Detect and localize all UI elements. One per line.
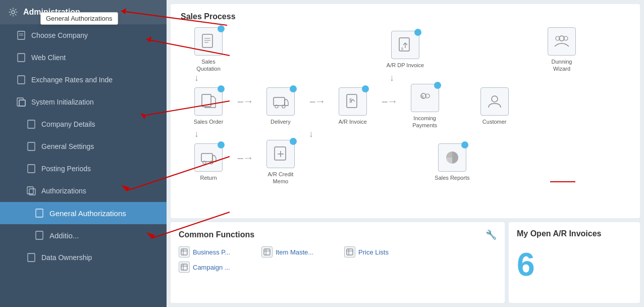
flow-item-sales-order[interactable]: Sales Order [181, 87, 236, 125]
sales-reports-icon [438, 143, 466, 172]
badge [218, 141, 225, 148]
doc-icon [16, 75, 26, 85]
bottom-row: Common Functions 🔧 Business P... Item Ma… [171, 222, 640, 303]
flow-label: A/R CreditMemo [268, 171, 294, 185]
flow-item-ar-dp-invoice[interactable]: $ A/R DP Invoice [378, 31, 433, 69]
table-icon [179, 246, 190, 258]
svg-rect-12 [27, 187, 33, 194]
badge [362, 85, 369, 92]
doc-icon [26, 164, 36, 174]
flow-item-delivery[interactable]: Delivery [253, 87, 308, 125]
sidebar-item-label: Authorizations [41, 187, 86, 195]
sidebar-item-system-initialization[interactable]: System Initialization [0, 91, 167, 113]
down-arrows-1: ↓ ↓ [181, 73, 630, 84]
general-authorizations-tooltip: General Authorizations [40, 12, 118, 25]
sidebar-item-data-ownership[interactable]: Data Ownership [0, 246, 167, 269]
sidebar-item-label: Exchange Rates and Inde [31, 76, 113, 84]
down-arrow: ↓ [390, 73, 394, 84]
flow-item-incoming-payments[interactable]: $ IncomingPayments [397, 84, 453, 129]
flow-item-sales-reports[interactable]: Sales Reports [424, 143, 480, 181]
table-icon [261, 246, 273, 258]
sidebar-item-label: General Authorizations [49, 209, 126, 218]
incoming-payments-icon: $ [411, 84, 439, 112]
flow-row-1: SalesQuotation $ A/R DP Invoice [181, 27, 630, 73]
return-icon [194, 143, 223, 172]
cf-items: Business P... Item Maste... Price Lists [179, 246, 497, 273]
svg-rect-39 [274, 97, 285, 106]
flow-label: Return [200, 174, 217, 181]
down-arrow: ↓ [194, 73, 199, 84]
sidebar-item-company-details[interactable]: Company Details [0, 113, 167, 135]
down-arrow: ↓ [194, 129, 199, 140]
svg-rect-16 [28, 253, 35, 262]
svg-rect-48 [201, 154, 212, 162]
badge [290, 138, 297, 145]
dashed-arrow: - - → [237, 95, 252, 117]
sidebar-item-general-authorizations[interactable]: General Authorizations General Authoriza… [0, 202, 167, 224]
cf-item-business-partners[interactable]: Business P... [179, 246, 259, 258]
doc-icon [16, 53, 26, 63]
cf-item-campaign[interactable]: Campaign ... [179, 262, 259, 273]
cf-item-label: Item Maste... [276, 248, 313, 256]
sidebar-item-label: General Settings [41, 142, 94, 150]
sidebar-item-label: Data Ownership [41, 253, 92, 262]
sidebar-item-exchange-rates[interactable]: Exchange Rates and Inde [0, 69, 167, 91]
flow-label: Sales Order [194, 118, 224, 125]
doc-icon [26, 252, 36, 263]
svg-text:$: $ [401, 47, 403, 50]
svg-rect-5 [18, 76, 25, 84]
ar-invoice-icon: $ [339, 87, 367, 116]
svg-rect-7 [19, 100, 25, 106]
svg-rect-57 [264, 249, 270, 255]
doc-expand-icon [16, 97, 26, 107]
cf-item-price-lists[interactable]: Price Lists [344, 246, 425, 258]
flow-label: Sales Reports [435, 174, 469, 181]
svg-rect-9 [28, 120, 35, 128]
svg-rect-32 [399, 38, 409, 51]
ar-credit-memo-icon [266, 140, 295, 168]
flow-item-ar-credit-memo[interactable]: A/R CreditMemo [253, 140, 308, 185]
ar-dp-invoice-icon: $ [391, 31, 419, 59]
wrench-icon[interactable]: 🔧 [486, 229, 497, 240]
cf-item-label: Price Lists [358, 248, 389, 256]
badge [434, 82, 441, 89]
svg-point-0 [12, 11, 15, 14]
flow-item-dunning-wizard[interactable]: DunningWizard [534, 27, 589, 73]
doc-icon [26, 119, 36, 129]
svg-point-47 [492, 96, 498, 102]
svg-rect-11 [28, 165, 35, 173]
sidebar-item-additional[interactable]: Additio... [0, 224, 167, 246]
sidebar-item-label: Additio... [49, 231, 79, 240]
sidebar-item-choose-company[interactable]: Choose Company [0, 24, 167, 46]
flow-label: A/R DP Invoice [387, 62, 424, 69]
cf-item-item-master[interactable]: Item Maste... [261, 246, 342, 258]
delivery-icon [266, 87, 295, 116]
flow-item-return[interactable]: Return [181, 143, 236, 181]
badge [290, 85, 297, 92]
sidebar-item-web-client[interactable]: Web Client [0, 46, 167, 69]
down-arrow: ↓ [309, 129, 313, 140]
dashed-arrow: - - → [309, 95, 324, 117]
sidebar-item-label: System Initialization [31, 98, 94, 106]
sidebar-item-posting-periods[interactable]: Posting Periods [0, 158, 167, 180]
doc-icon [26, 141, 36, 151]
sidebar-item-label: Choose Company [31, 31, 88, 39]
svg-rect-54 [181, 249, 187, 255]
svg-rect-4 [18, 54, 25, 62]
sidebar-item-authorizations[interactable]: Authorizations [0, 180, 167, 202]
customer-icon [480, 87, 509, 116]
sales-process-card: Sales Process SalesQuotation [171, 4, 640, 218]
sidebar-item-general-settings[interactable]: General Settings [0, 135, 167, 158]
svg-rect-28 [202, 34, 212, 47]
doc-expand-icon [26, 186, 36, 196]
flow-item-customer[interactable]: Customer [467, 87, 522, 125]
sales-process-title: Sales Process [181, 12, 630, 21]
flow-label: SalesQuotation [196, 58, 221, 73]
flow-item-sales-quotation[interactable]: SalesQuotation [181, 27, 236, 73]
flow-item-ar-invoice[interactable]: $ A/R Invoice [325, 87, 381, 125]
badge [414, 29, 421, 36]
svg-rect-60 [347, 249, 353, 255]
flow-label: IncomingPayments [412, 115, 437, 129]
svg-rect-51 [275, 147, 286, 160]
down-arrows-2: ↓ ↓ [181, 129, 630, 140]
